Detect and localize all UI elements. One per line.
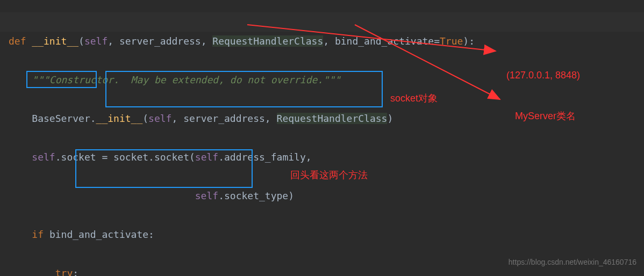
code-line-2[interactable]: """Constructor. May be extended, do not … xyxy=(9,70,475,90)
text: bind_and_activate: xyxy=(49,229,154,240)
annotation-myserver: MyServer类名 xyxy=(515,106,576,126)
function-name: __init__ xyxy=(32,35,78,47)
params: , server_address, xyxy=(108,35,212,47)
indent xyxy=(9,229,32,240)
indent xyxy=(9,151,32,163)
text: BaseServer. xyxy=(9,113,96,124)
code-editor[interactable]: def __init__(self, server_address, Reque… xyxy=(9,12,475,276)
true-const: True xyxy=(440,35,463,47)
indent xyxy=(9,267,55,276)
code-line-4[interactable]: self.socket = socket.socket(self.address… xyxy=(9,148,475,167)
self: self xyxy=(195,151,218,163)
code-line-7[interactable]: try: xyxy=(9,264,475,276)
self-param: self xyxy=(84,35,108,47)
annotation-address: (127.0.0.1, 8848) xyxy=(506,66,580,85)
method: __init__ xyxy=(96,113,143,124)
paren: ( xyxy=(78,35,84,47)
paren2: ): xyxy=(463,35,475,47)
self: self xyxy=(32,151,55,163)
colon: : xyxy=(73,267,78,276)
text: .socket = socket.socket( xyxy=(55,151,195,163)
text: .socket_type) xyxy=(218,190,294,201)
keyword-def: def xyxy=(9,35,32,47)
rhc-arg: RequestHandlerClass xyxy=(277,113,388,124)
self: self xyxy=(195,190,218,201)
code-line-3[interactable]: BaseServer.__init__(self, server_address… xyxy=(9,109,475,128)
args: , server_address, xyxy=(171,113,276,124)
code-line-6[interactable]: if bind_and_activate: xyxy=(9,225,475,244)
params2: , bind_and_activate= xyxy=(323,35,440,47)
request-handler-class: RequestHandlerClass xyxy=(212,35,323,47)
paren: ) xyxy=(387,113,393,124)
code-line-5[interactable]: self.socket_type) xyxy=(9,186,475,206)
keyword-try: try xyxy=(55,267,73,276)
watermark: https://blog.csdn.net/weixin_46160716 xyxy=(509,252,636,272)
code-line-1[interactable]: def __init__(self, server_address, Reque… xyxy=(9,32,475,51)
paren: ( xyxy=(142,113,148,124)
text: .address_family, xyxy=(218,151,311,163)
keyword-if: if xyxy=(32,229,49,240)
self: self xyxy=(148,113,171,124)
docstring: """Constructor. May be extended, do not … xyxy=(9,74,341,85)
indent xyxy=(9,190,195,201)
